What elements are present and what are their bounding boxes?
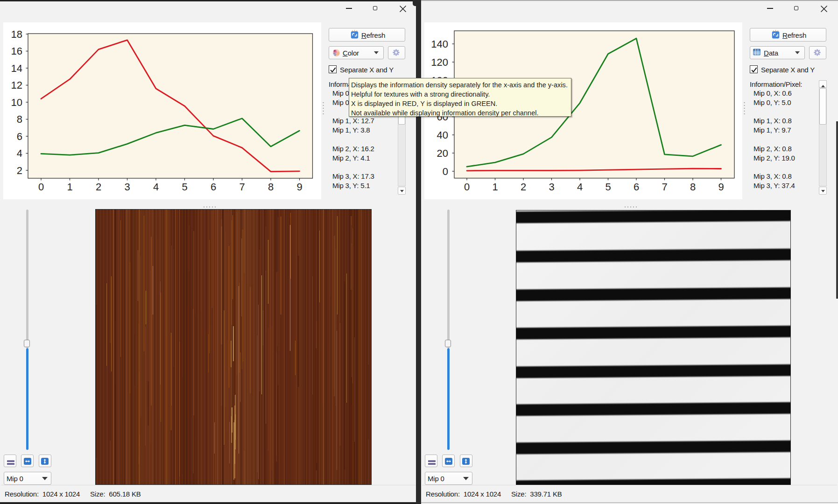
svg-text:140: 140 <box>431 38 448 50</box>
svg-text:0: 0 <box>443 166 448 177</box>
svg-text:18: 18 <box>11 28 22 40</box>
svg-text:3: 3 <box>549 181 554 193</box>
svg-text:3: 3 <box>124 181 130 193</box>
svg-text:1: 1 <box>67 181 72 193</box>
svg-text:0: 0 <box>38 181 44 193</box>
svg-text:4: 4 <box>577 181 583 193</box>
svg-text:2: 2 <box>521 181 526 193</box>
svg-text:0: 0 <box>464 181 470 193</box>
svg-text:10: 10 <box>11 97 22 108</box>
svg-text:2: 2 <box>96 181 101 193</box>
svg-text:6: 6 <box>211 181 216 193</box>
svg-text:16: 16 <box>11 45 22 57</box>
svg-text:2: 2 <box>17 165 22 176</box>
svg-text:40: 40 <box>437 129 448 141</box>
svg-text:6: 6 <box>634 181 639 193</box>
svg-text:4: 4 <box>17 147 22 159</box>
svg-text:7: 7 <box>239 181 245 193</box>
svg-text:12: 12 <box>11 79 22 91</box>
svg-text:6: 6 <box>17 131 22 142</box>
svg-text:9: 9 <box>296 181 302 193</box>
svg-text:9: 9 <box>718 181 724 193</box>
svg-text:4: 4 <box>153 181 159 193</box>
svg-text:5: 5 <box>182 181 187 193</box>
svg-text:8: 8 <box>268 181 274 193</box>
svg-text:8: 8 <box>17 113 22 125</box>
svg-text:1: 1 <box>492 181 498 193</box>
svg-text:7: 7 <box>662 181 667 193</box>
svg-text:20: 20 <box>437 147 448 159</box>
svg-text:14: 14 <box>11 63 22 74</box>
svg-text:8: 8 <box>690 181 696 193</box>
svg-text:5: 5 <box>605 181 611 193</box>
svg-text:120: 120 <box>431 56 448 68</box>
